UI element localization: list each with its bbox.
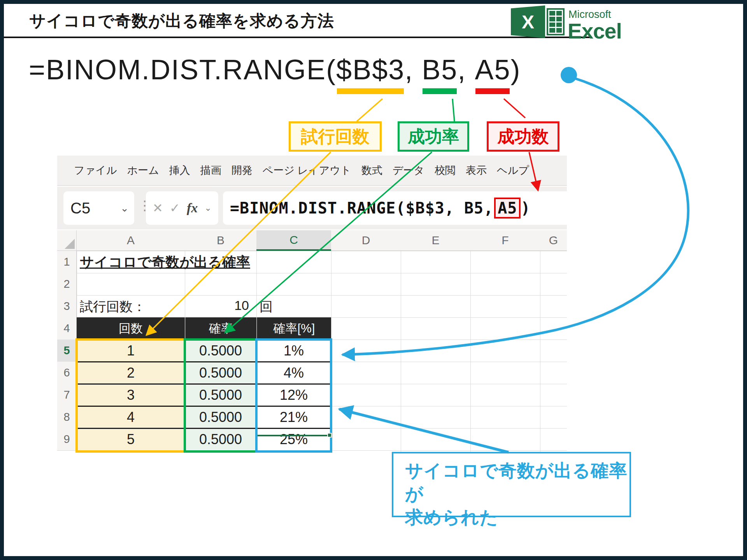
highlight-range-b5-b9 <box>184 338 258 453</box>
formula-bar-input[interactable]: =BINOM.DIST.RANGE($B$3, B5, A5) <box>223 191 567 225</box>
name-box[interactable]: C5 ⌄ <box>63 191 134 225</box>
result-callout: サイコロで奇数が出る確率が 求められた <box>392 452 631 517</box>
leader-red-1 <box>504 99 525 118</box>
cell-c3-unit[interactable]: 回 <box>260 298 273 316</box>
name-box-chevron-icon[interactable]: ⌄ <box>120 202 129 214</box>
row-header-1[interactable]: 1 <box>57 251 77 273</box>
leader-yellow-1 <box>357 99 382 121</box>
active-cell-border <box>258 435 330 436</box>
col-header-d[interactable]: D <box>331 230 401 251</box>
row-header-6[interactable]: 6 <box>57 362 77 384</box>
col-header-e[interactable]: E <box>401 230 470 251</box>
leader-green-1 <box>452 99 454 121</box>
cell-a3-label[interactable]: 試行回数： <box>80 298 146 316</box>
row-header-8[interactable]: 8 <box>57 406 77 428</box>
tab-review[interactable]: 校閲 <box>435 163 456 177</box>
cancel-icon[interactable]: ✕ <box>153 201 163 215</box>
formula-buttons: ✕ ✓ fx ⌄ <box>146 191 218 225</box>
col-header-c[interactable]: C <box>256 230 331 251</box>
col-header-g[interactable]: G <box>540 230 567 251</box>
formula-bar-row: C5 ⌄ ⋮ ✕ ✓ fx ⌄ =BINOM.DIST.RANGE($B$3, … <box>57 187 567 229</box>
excel-window: ファイル ホーム 挿入 描画 開発 ページ レイアウト 数式 データ 校閲 表示… <box>57 156 567 471</box>
label-trial-count: 試行回数 <box>289 121 382 152</box>
tab-view[interactable]: 表示 <box>466 163 487 177</box>
tab-help[interactable]: ヘルプ <box>497 163 529 177</box>
row-header-9[interactable]: 9 <box>57 428 77 450</box>
col-header-f[interactable]: F <box>470 230 540 251</box>
callout-text-line1: サイコロで奇数が出る確率が <box>405 459 630 506</box>
excel-x-icon: X <box>511 5 545 38</box>
spreadsheet-grid-icon <box>547 8 565 35</box>
page-title: サイコロで奇数が出る確率を求める方法 <box>29 10 334 32</box>
col-header-b[interactable]: B <box>185 230 256 251</box>
row-header-7[interactable]: 7 <box>57 384 77 406</box>
cell-a4-header[interactable]: 回数 <box>77 317 185 340</box>
formula-highlight-a5: A5 <box>494 198 521 219</box>
cell-a1[interactable]: サイコロで奇数が出る確率 <box>80 253 250 272</box>
spreadsheet-grid: A B C D E F G 1 2 3 4 5 6 7 8 9 サイコロで奇数が… <box>57 230 567 471</box>
formula-arg-trials: $B$3 <box>336 54 405 86</box>
formula-arg-rate: B5 <box>422 54 458 86</box>
title-underline <box>4 37 592 38</box>
tab-formulas[interactable]: 数式 <box>361 163 382 177</box>
col-header-a[interactable]: A <box>77 230 185 251</box>
tab-file[interactable]: ファイル <box>74 163 117 177</box>
formula-arg-successes: A5 <box>475 54 510 86</box>
tab-data[interactable]: データ <box>393 163 424 177</box>
row-header-4[interactable]: 4 <box>57 317 77 340</box>
select-all-corner[interactable] <box>57 230 77 251</box>
tab-insert[interactable]: 挿入 <box>169 163 190 177</box>
tab-page-layout[interactable]: ページ レイアウト <box>263 163 351 177</box>
logo-excel-text: Excel <box>568 19 622 44</box>
enter-icon[interactable]: ✓ <box>170 201 180 215</box>
row-header-3[interactable]: 3 <box>57 295 77 317</box>
row-header-2[interactable]: 2 <box>57 273 77 295</box>
formula-display: =BINOM.DIST.RANGE($B$3, B5, A5) <box>29 54 521 86</box>
highlight-range-a5-a9 <box>75 338 186 453</box>
callout-text-line2: 求められた <box>405 506 630 529</box>
formula-bar-chevron-icon[interactable]: ⌄ <box>204 203 211 213</box>
tab-developer[interactable]: 開発 <box>231 163 253 177</box>
cell-b3-value[interactable]: 10 <box>185 298 249 313</box>
cell-b4-header[interactable]: 確率 <box>185 317 256 340</box>
blue-dot <box>561 67 577 83</box>
label-success-count: 成功数 <box>487 121 559 152</box>
fill-handle[interactable] <box>327 433 332 438</box>
cell-c4-header[interactable]: 確率[%] <box>257 317 331 340</box>
ribbon-tab-bar: ファイル ホーム 挿入 描画 開発 ページ レイアウト 数式 データ 校閲 表示… <box>57 156 567 186</box>
page: サイコロで奇数が出る確率を求める方法 X Microsoft Excel =BI… <box>0 0 747 560</box>
tab-home[interactable]: ホーム <box>127 163 159 177</box>
tab-draw[interactable]: 描画 <box>200 163 221 177</box>
insert-function-icon[interactable]: fx <box>187 201 198 215</box>
row-header-5[interactable]: 5 <box>57 340 77 362</box>
label-success-rate: 成功率 <box>398 121 469 152</box>
